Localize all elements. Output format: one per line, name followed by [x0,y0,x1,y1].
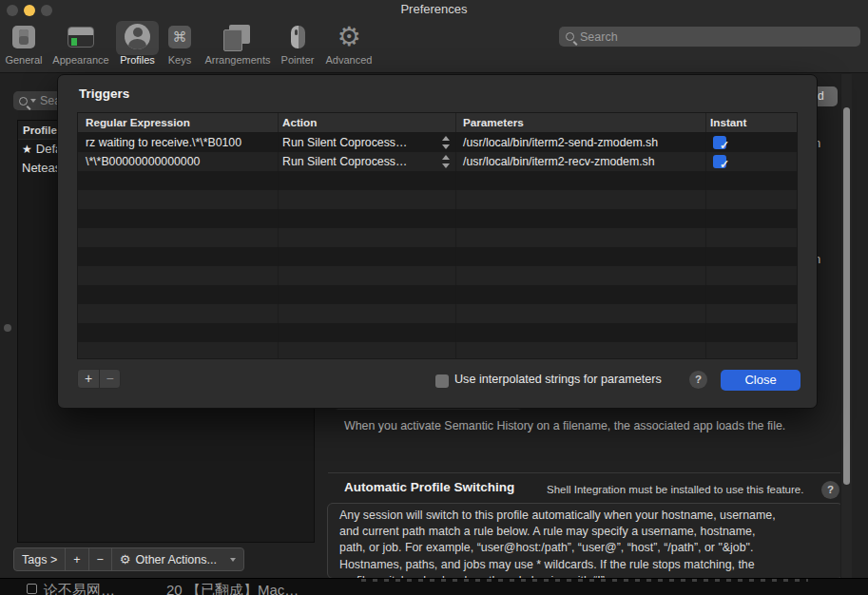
clipped-row-dots [361,579,808,582]
gear-icon: ⚙ [120,552,131,566]
keys-icon: ⌘ [168,26,191,48]
toolbar-item-pointer[interactable]: Pointer [275,21,320,68]
trigger-regex[interactable]: rz waiting to receive.\*\*B0100 [86,136,241,149]
trigger-regex[interactable]: \*\*B00000000000000 [86,155,200,168]
search-icon [566,32,574,41]
check-icon: ✓ [720,158,729,171]
table-row[interactable]: \*\*B00000000000000 Run Silent Coprocess… [78,152,797,171]
trigger-parameters[interactable]: /usr/local/bin/iterm2-recv-zmodem.sh [463,155,655,168]
column-separator [278,113,279,359]
table-row[interactable]: rz waiting to receive.\*\*B0100 Run Sile… [78,133,797,152]
other-actions-label: Other Actions... [135,553,216,566]
remove-trigger-button[interactable]: − [99,370,120,388]
search-icon [19,97,28,106]
column-separator [455,113,456,359]
toolbar-label: Arrangements [200,54,276,66]
window-chrome: Preferences General Appearance Profiles … [0,0,868,73]
aps-heading: Automatic Profile Switching [344,480,514,494]
pointer-icon [291,26,305,48]
trigger-parameters[interactable]: /usr/local/bin/iterm2-send-zmodem.sh [463,136,658,149]
tags-button[interactable]: Tags > [14,548,66,570]
chevron-down-icon [230,558,236,562]
aps-note: Shell Integration must be installed to u… [547,484,803,495]
chevron-down-icon [30,99,36,103]
profiles-icon [125,24,150,49]
semantic-history-note: When you activate Semantic History on a … [344,419,785,432]
general-icon [12,26,35,48]
star-icon: ★ [22,143,32,156]
window-edge-dot [4,324,11,332]
profile-footer-bar: Tags > + − ⚙ Other Actions... [13,547,244,571]
add-remove-group: + − [77,369,121,389]
advanced-icon: ⚙ [337,23,360,51]
other-actions-button[interactable]: ⚙ Other Actions... [112,548,243,570]
aps-line: path, or job. For example, “user@host:/p… [339,540,831,556]
search-placeholder: Search [580,30,618,44]
column-separator [705,113,706,359]
trigger-action-select[interactable]: Run Silent Coprocess… [282,136,407,149]
column-header-instant: Instant [710,116,746,128]
add-trigger-button[interactable]: + [78,370,99,388]
toolbar-item-arrangements[interactable]: Arrangements [200,21,276,68]
toolbar-item-advanced[interactable]: ⚙ Advanced [321,21,376,68]
check-icon: ✓ [720,139,729,152]
add-profile-button[interactable]: + [66,548,88,570]
list-bullet-icon [27,584,37,594]
appearance-icon [68,27,94,48]
trigger-action-select[interactable]: Run Silent Coprocess… [282,155,407,168]
close-button[interactable]: Close [721,370,800,391]
clipped-text-fragment: 论不易网… [44,582,115,595]
scrollbar-thumb[interactable] [843,107,850,485]
triggers-empty-rows [78,171,797,359]
aps-help-button[interactable]: ? [821,481,839,499]
column-header-parameters: Parameters [463,116,524,128]
chevron-updown-icon[interactable] [441,136,451,149]
column-header-action: Action [282,116,317,128]
toolbar-label: Pointer [275,54,320,66]
preferences-search-input[interactable]: Search [559,27,860,47]
instant-checkbox[interactable]: ✓ [713,155,726,168]
toolbar-label: Keys [162,54,198,66]
clipped-text-fragment: 【已翻成】Mac… [186,582,299,595]
instant-checkbox[interactable]: ✓ [713,136,726,149]
remove-profile-button[interactable]: − [89,548,112,570]
dialog-title: Triggers [79,86,129,101]
arrangements-icon [223,25,252,49]
toolbar-label: Advanced [321,54,376,66]
toolbar-label: Profiles [116,54,159,66]
aps-line: and current path match a rule below. A r… [339,524,831,540]
toolbar-item-appearance[interactable]: Appearance [50,21,111,68]
triggers-table: Regular Expression Action Parameters Ins… [77,112,798,359]
aps-line: Hostnames, paths, and jobs may use * wil… [339,557,831,573]
triggers-dialog: Triggers Regular Expression Action Param… [57,74,818,409]
triggers-table-header: Regular Expression Action Parameters Ins… [78,113,797,133]
aps-description: Any session will switch to this profile … [327,503,843,579]
window-title: Preferences [0,2,868,16]
toolbar-item-general[interactable]: General [2,21,46,68]
clipped-text-fragment: 20 [166,582,183,595]
aps-line: Any session will switch to this profile … [339,508,831,524]
toolbar-label: Appearance [50,54,111,66]
triggers-help-button[interactable]: ? [689,371,707,389]
toolbar-label: General [2,54,46,66]
section-divider [328,472,843,473]
toolbar-item-keys[interactable]: ⌘ Keys [162,21,198,68]
interpolated-strings-checkbox[interactable] [435,374,449,388]
toolbar-item-profiles[interactable]: Profiles [116,21,159,68]
interpolated-strings-label: Use interpolated strings for parameters [454,373,662,386]
preferences-window: Preferences General Appearance Profiles … [0,0,868,595]
column-header-regex: Regular Expression [86,116,190,128]
background-window-strip: 论不易网… 20 【已翻成】Mac… [0,578,868,595]
chevron-updown-icon[interactable] [441,155,451,168]
